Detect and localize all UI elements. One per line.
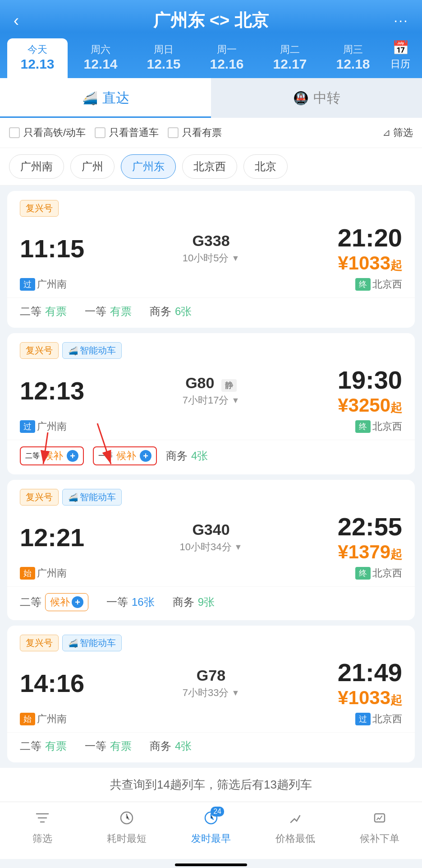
depart-station-g340: 始广州南: [20, 566, 67, 580]
card-top-g338: 复兴号 11:15 G338 10小时5分 ▼ 21:20 ¥1033起: [7, 191, 415, 297]
date-tab-sun[interactable]: 周日 12.15: [133, 38, 194, 78]
date-tab-today[interactable]: 今天 12.13: [7, 38, 68, 78]
price-g338: ¥1033起: [321, 252, 402, 274]
train-card-g338[interactable]: 复兴号 11:15 G338 10小时5分 ▼ 21:20 ¥1033起: [7, 191, 415, 328]
checkbox-highspeed[interactable]: [9, 127, 20, 138]
tab-transfer[interactable]: 🚇 中转: [211, 78, 422, 118]
badge-guo-depart-g338: 过: [20, 278, 35, 291]
card-top-g340: 复兴号 🚄 智能动车 12:21 G340 10小时34分 ▼: [7, 480, 415, 586]
date-tab-tue[interactable]: 周二 12.17: [260, 38, 320, 78]
ticket-class-yiji-g80: 一等: [98, 451, 113, 461]
arrive-price-g340: 22:55 ¥1379起: [321, 512, 402, 563]
ticket-erji-g80-highlight[interactable]: 二等 候补 +: [20, 446, 84, 465]
ticket-class-yiji-g78: 一等: [85, 739, 106, 753]
calendar-icon: 📅: [392, 40, 409, 56]
ticket-status-yiji-g338: 有票: [110, 304, 132, 319]
funnel-icon: ⊿: [382, 127, 390, 139]
calendar-button[interactable]: 📅 日历: [386, 38, 415, 78]
ticket-status-erji-g80: 候补: [43, 449, 63, 463]
depart-time-g80: 12:13: [20, 376, 101, 405]
smart-icon-g80: 🚄: [68, 346, 78, 356]
nav-filter-label: 筛选: [32, 832, 52, 845]
train-main-row-g80: 12:13 G80 静 7小时17分 ▼ 19:30 ¥3250起: [20, 365, 402, 416]
tab-direct[interactable]: 🚄 直达: [0, 78, 211, 118]
station-chip-beijing[interactable]: 北京: [243, 154, 288, 179]
waitlist-box-g340[interactable]: 候补 +: [45, 593, 88, 611]
station-chip-beijing-xi[interactable]: 北京西: [182, 154, 237, 179]
dropdown-arrow-g78[interactable]: ▼: [231, 688, 239, 698]
filter-available-label: 只看有票: [182, 126, 222, 139]
ticket-row-g78: 二等 有票 一等 有票 商务 4张: [7, 732, 415, 762]
nav-earliest[interactable]: 24 发时最早: [169, 810, 253, 845]
ticket-yiji-g80-highlight[interactable]: 一等 候补 +: [93, 446, 157, 465]
more-button[interactable]: ···: [386, 12, 408, 29]
arrive-station-g338: 终北京西: [355, 278, 402, 291]
nav-earliest-label: 发时最早: [191, 832, 231, 845]
filter-highspeed[interactable]: 只看高铁/动车: [9, 126, 86, 139]
train-card-g340[interactable]: 复兴号 🚄 智能动车 12:21 G340 10小时34分 ▼: [7, 480, 415, 620]
smart-icon-g340: 🚄: [68, 492, 78, 502]
date-tab-sat[interactable]: 周六 12.14: [70, 38, 131, 78]
duration-row-g78: 7小时33分 ▼: [183, 686, 240, 700]
ticket-erji-g78: 二等 有票: [20, 739, 67, 753]
dropdown-arrow-g338[interactable]: ▼: [231, 254, 239, 263]
ticket-class-shangwu-g338: 商务: [150, 304, 171, 319]
card-top-g78: 复兴号 🚄 智能动车 14:16 G78 7小时33分 ▼: [7, 626, 415, 732]
date-tab-mon[interactable]: 周一 12.16: [197, 38, 257, 78]
ticket-status-erji-g340: 候补: [50, 595, 70, 609]
filter-highspeed-label: 只看高铁/动车: [23, 126, 86, 139]
ticket-status-yiji-g340: 16张: [132, 595, 155, 609]
ticket-shangwu-g338: 商务 6张: [150, 304, 192, 319]
depart-time-g78: 14:16: [20, 668, 101, 698]
ticket-class-shangwu-g78: 商务: [150, 739, 171, 753]
back-button[interactable]: ‹: [14, 11, 36, 30]
ticket-yiji-g78: 一等 有票: [85, 739, 132, 753]
summary-bar: 共查询到14趟列车，筛选后有13趟列车: [0, 768, 422, 802]
smart-icon-g78: 🚄: [68, 638, 78, 648]
arrive-station-g80: 终北京西: [355, 420, 402, 433]
train-num-g80: G80 静: [185, 374, 237, 392]
ticket-row-g340: 二等 候补 + 一等 16张 商务 9张: [7, 586, 415, 620]
filter-button[interactable]: ⊿ 筛选: [382, 126, 413, 139]
station-chip-guangzhou-nan[interactable]: 广州南: [9, 154, 64, 179]
arrive-time-g338: 21:20: [321, 223, 402, 252]
nav-price-lowest[interactable]: 价格最低: [253, 810, 338, 845]
price-g340: ¥1379起: [321, 541, 402, 563]
nav-waitlist-order[interactable]: 候补下单: [338, 810, 422, 845]
bottom-nav: 筛选 耗时最短 24 发时最早 价格最低 候补下单: [0, 802, 422, 859]
train-card-g78[interactable]: 复兴号 🚄 智能动车 14:16 G78 7小时33分 ▼: [7, 626, 415, 762]
quiet-badge-g80: 静: [221, 379, 237, 392]
station-chip-guangzhou-dong[interactable]: 广州东: [121, 154, 176, 179]
checkbox-available[interactable]: [168, 127, 179, 138]
depart-station-g80: 过广州南: [20, 420, 67, 433]
calendar-label: 日历: [390, 57, 410, 71]
dropdown-arrow-g80[interactable]: ▼: [231, 396, 239, 405]
filter-regular[interactable]: 只看普通车: [95, 126, 159, 139]
price-start-g78: 起: [390, 693, 402, 707]
ticket-status-shangwu-g340: 9张: [198, 595, 215, 609]
tags-row-g80: 复兴号 🚄 智能动车: [20, 342, 402, 359]
filter-available[interactable]: 只看有票: [168, 126, 222, 139]
filter-label: 筛选: [393, 126, 413, 139]
ticket-row-g80: 二等 候补 + 一等 候补 + 商务 4张: [7, 440, 415, 474]
nav-time-shortest[interactable]: 耗时最短: [84, 810, 169, 845]
dropdown-arrow-g340[interactable]: ▼: [234, 543, 243, 552]
station-chip-guangzhou[interactable]: 广州: [70, 154, 115, 179]
ticket-class-shangwu-g340: 商务: [173, 595, 194, 609]
waitlist-plus-yiji-g80[interactable]: +: [140, 450, 151, 462]
nav-filter[interactable]: 筛选: [0, 810, 84, 845]
transfer-icon: 🚇: [293, 91, 309, 106]
waitlist-plus-erji-g80[interactable]: +: [67, 450, 78, 462]
train-middle-g78: G78 7小时33分 ▼: [101, 667, 321, 700]
ticket-shangwu-g78: 商务 4张: [150, 739, 192, 753]
train-card-g80[interactable]: 复兴号 🚄 智能动车 12:13 G80 静 7小时17分 ▼: [7, 333, 415, 474]
price-start-g80: 起: [390, 401, 402, 414]
date-tab-wed[interactable]: 周三 12.18: [323, 38, 383, 78]
nav-price-lowest-icon: [288, 810, 303, 829]
waitlist-plus-erji-g340[interactable]: +: [72, 596, 83, 608]
date-tab-tue-label: 周二: [280, 43, 300, 56]
station-row-g338: 过广州南 终北京西: [20, 278, 402, 291]
card-top-g80: 复兴号 🚄 智能动车 12:13 G80 静 7小时17分 ▼: [7, 333, 415, 440]
checkbox-regular[interactable]: [95, 127, 106, 138]
tag-smart-g80: 🚄 智能动车: [62, 342, 122, 359]
